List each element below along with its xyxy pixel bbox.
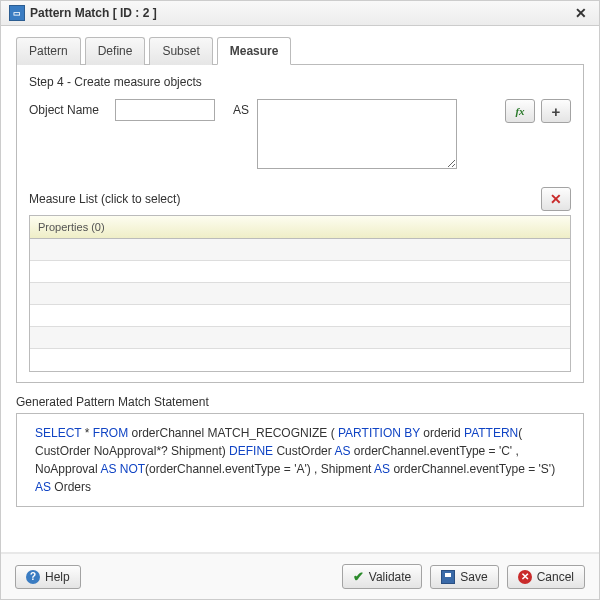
fx-icon: fx (515, 105, 524, 117)
table-row[interactable] (30, 239, 570, 261)
table-row[interactable] (30, 283, 570, 305)
table-row[interactable] (30, 305, 570, 327)
tab-body-measure: Step 4 - Create measure objects Object N… (16, 65, 584, 383)
help-button[interactable]: ? Help (15, 565, 81, 589)
tab-bar: Pattern Define Subset Measure (16, 36, 584, 65)
tab-measure[interactable]: Measure (217, 37, 292, 65)
cancel-label: Cancel (537, 570, 574, 584)
content-area: Pattern Define Subset Measure Step 4 - C… (1, 26, 599, 383)
plus-icon: + (552, 103, 561, 120)
help-icon: ? (26, 570, 40, 584)
as-textarea[interactable] (257, 99, 457, 169)
object-name-label: Object Name (29, 99, 107, 117)
save-label: Save (460, 570, 487, 584)
object-name-input[interactable] (115, 99, 215, 121)
x-icon: ✕ (550, 191, 562, 207)
measure-list-label: Measure List (click to select) (29, 192, 180, 206)
check-icon: ✔ (353, 569, 364, 584)
tab-define[interactable]: Define (85, 37, 146, 65)
titlebar: ▭ Pattern Match [ ID : 2 ] ✕ (1, 1, 599, 26)
measure-list-header: Measure List (click to select) ✕ (29, 187, 571, 211)
dialog: ▭ Pattern Match [ ID : 2 ] ✕ Pattern Def… (0, 0, 600, 600)
delete-button[interactable]: ✕ (541, 187, 571, 211)
tab-subset[interactable]: Subset (149, 37, 212, 65)
grid-column-header[interactable]: Properties (0) (30, 216, 570, 239)
grid-body[interactable] (30, 239, 570, 371)
table-row[interactable] (30, 349, 570, 371)
add-button[interactable]: + (541, 99, 571, 123)
save-button[interactable]: Save (430, 565, 498, 589)
expression-builder-button[interactable]: fx (505, 99, 535, 123)
validate-label: Validate (369, 570, 411, 584)
app-icon: ▭ (9, 5, 25, 21)
tab-pattern[interactable]: Pattern (16, 37, 81, 65)
generated-statement-label: Generated Pattern Match Statement (16, 395, 584, 409)
properties-grid: Properties (0) (29, 215, 571, 372)
validate-button[interactable]: ✔ Validate (342, 564, 422, 589)
generated-statement-box: SELECT * FROM orderChannel MATCH_RECOGNI… (16, 413, 584, 507)
cancel-button[interactable]: ✕ Cancel (507, 565, 585, 589)
generated-statement-section: Generated Pattern Match Statement SELECT… (16, 395, 584, 507)
footer: ? Help ✔ Validate Save ✕ Cancel (1, 552, 599, 599)
as-label: AS (233, 99, 249, 117)
cancel-icon: ✕ (518, 570, 532, 584)
object-form-row: Object Name AS fx + (29, 99, 571, 169)
dialog-title: Pattern Match [ ID : 2 ] (30, 6, 157, 20)
table-row[interactable] (30, 327, 570, 349)
save-icon (441, 570, 455, 584)
help-label: Help (45, 570, 70, 584)
table-row[interactable] (30, 261, 570, 283)
step-title: Step 4 - Create measure objects (29, 75, 571, 89)
close-icon[interactable]: ✕ (571, 5, 591, 21)
